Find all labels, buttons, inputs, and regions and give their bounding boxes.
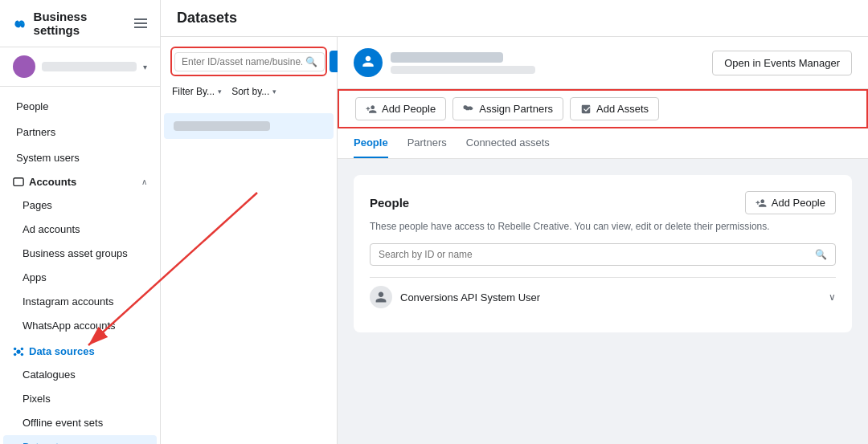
hamburger-icon[interactable]	[134, 18, 147, 28]
tab-connected-assets[interactable]: Connected assets	[466, 128, 550, 158]
account-chevron-icon: ▾	[143, 63, 147, 71]
data-sources-label: Data sources	[29, 345, 95, 357]
people-search-icon: 🔍	[815, 249, 827, 260]
detail-identity	[354, 48, 535, 77]
person-add-icon	[366, 104, 377, 115]
assign-partners-button[interactable]: Assign Partners	[452, 97, 563, 120]
people-add-label: Add People	[772, 197, 825, 209]
people-add-button[interactable]: Add People	[745, 191, 836, 214]
sidebar-header: Business settings	[0, 0, 160, 47]
page-wrapper: Business settings ▾ People Partners Syst…	[0, 0, 868, 444]
user-row-left: Conversions API System User	[370, 286, 540, 308]
sort-label: Sort by...	[231, 86, 269, 97]
sidebar-item-ad-accounts[interactable]: Ad accounts	[3, 218, 157, 241]
sidebar-nav: People Partners System users Accounts ∧ …	[0, 87, 160, 444]
accounts-chevron-icon: ∧	[141, 177, 147, 186]
add-people-label: Add People	[382, 103, 436, 115]
sidebar-item-pixels[interactable]: Pixels	[3, 387, 157, 410]
people-section-header: People Add People	[370, 191, 836, 214]
list-panel: 🔍 Add Filter By... ▾ Sort by... ▾	[161, 37, 338, 444]
svg-point-3	[21, 347, 24, 350]
sidebar-item-pages[interactable]: Pages	[3, 193, 157, 217]
sort-chevron-icon: ▾	[272, 88, 276, 96]
detail-sub	[391, 66, 535, 74]
detail-content: People Add People These people have acce…	[338, 159, 868, 444]
assign-partners-label: Assign Partners	[479, 103, 553, 115]
filter-button[interactable]: Filter By... ▾	[170, 83, 223, 100]
sidebar: Business settings ▾ People Partners Syst…	[0, 0, 161, 444]
sidebar-item-people[interactable]: People	[3, 94, 157, 119]
content-area: 🔍 Add Filter By... ▾ Sort by... ▾	[161, 37, 868, 444]
people-add-icon	[755, 198, 767, 209]
data-sources-icon	[13, 346, 24, 357]
accounts-section-label: Accounts	[13, 176, 76, 188]
sidebar-item-offline-events[interactable]: Offline event sets	[3, 411, 157, 434]
people-section: People Add People These people have acce…	[354, 175, 852, 332]
svg-point-4	[14, 352, 17, 356]
detail-panel: Open in Events Manager Add People Assign…	[338, 37, 868, 444]
page-title: Datasets	[177, 10, 237, 26]
detail-tabs: People Partners Connected assets	[338, 128, 868, 159]
sort-button[interactable]: Sort by... ▾	[230, 83, 278, 100]
people-section-title: People	[370, 196, 409, 210]
sidebar-item-apps[interactable]: Apps	[3, 266, 157, 289]
account-name	[42, 62, 137, 71]
data-sources-section-header[interactable]: Data sources	[0, 340, 160, 362]
svg-rect-0	[14, 177, 23, 185]
open-events-button[interactable]: Open in Events Manager	[712, 51, 852, 75]
tab-partners[interactable]: Partners	[407, 128, 447, 158]
svg-point-2	[14, 347, 17, 350]
sidebar-item-partners[interactable]: Partners	[3, 120, 157, 145]
search-input[interactable]	[182, 56, 302, 67]
list-item-selected[interactable]	[164, 113, 334, 139]
meta-logo-icon	[13, 15, 29, 31]
asset-add-icon	[580, 104, 592, 115]
sidebar-item-asset-groups[interactable]: Business asset groups	[3, 242, 157, 265]
detail-name	[391, 52, 503, 63]
accounts-icon	[13, 177, 24, 188]
app-title: Business settings	[34, 10, 134, 37]
sidebar-item-instagram[interactable]: Instagram accounts	[3, 290, 157, 313]
add-people-button[interactable]: Add People	[355, 97, 446, 120]
detail-header: Open in Events Manager	[338, 37, 868, 89]
svg-point-1	[16, 349, 20, 353]
list-item-text	[174, 121, 270, 131]
add-assets-button[interactable]: Add Assets	[570, 97, 659, 120]
handshake-icon	[463, 104, 474, 115]
sidebar-item-system-users[interactable]: System users	[3, 145, 157, 170]
detail-name-block	[391, 52, 535, 74]
action-bar: Add People Assign Partners Add Assets	[338, 89, 868, 128]
system-users-label: System users	[16, 152, 80, 164]
search-icon: 🔍	[305, 56, 317, 67]
partners-label: Partners	[16, 126, 55, 138]
filter-sort-row: Filter By... ▾ Sort by... ▾	[170, 83, 327, 100]
user-row: Conversions API System User ∨	[370, 277, 836, 316]
sidebar-logo: Business settings	[13, 10, 134, 37]
account-avatar	[13, 55, 35, 78]
filter-chevron-icon: ▾	[218, 88, 222, 96]
filter-label: Filter By...	[172, 86, 215, 97]
detail-avatar	[354, 48, 383, 77]
people-label: People	[16, 100, 48, 112]
account-selector[interactable]: ▾	[0, 47, 160, 87]
main-content: Datasets 🔍 Add Filter By...	[161, 0, 868, 444]
user-icon	[370, 286, 392, 308]
svg-point-5	[21, 352, 24, 356]
tab-people[interactable]: People	[354, 128, 388, 158]
sidebar-item-whatsapp[interactable]: WhatsApp accounts	[3, 314, 157, 337]
add-assets-label: Add Assets	[596, 103, 649, 115]
main-header: Datasets	[161, 0, 868, 37]
people-search: 🔍	[370, 243, 836, 266]
sidebar-item-datasets[interactable]: Datasets	[3, 435, 157, 444]
people-search-input[interactable]	[379, 249, 810, 260]
user-expand-icon[interactable]: ∨	[829, 291, 836, 303]
user-name: Conversions API System User	[400, 291, 540, 303]
search-input-wrap: 🔍	[174, 52, 325, 71]
accounts-section-header[interactable]: Accounts ∧	[0, 171, 160, 193]
list-toolbar: 🔍 Add Filter By... ▾ Sort by... ▾	[161, 37, 337, 110]
people-description: These people have access to Rebelle Crea…	[370, 221, 836, 232]
sidebar-item-catalogues[interactable]: Catalogues	[3, 363, 157, 386]
